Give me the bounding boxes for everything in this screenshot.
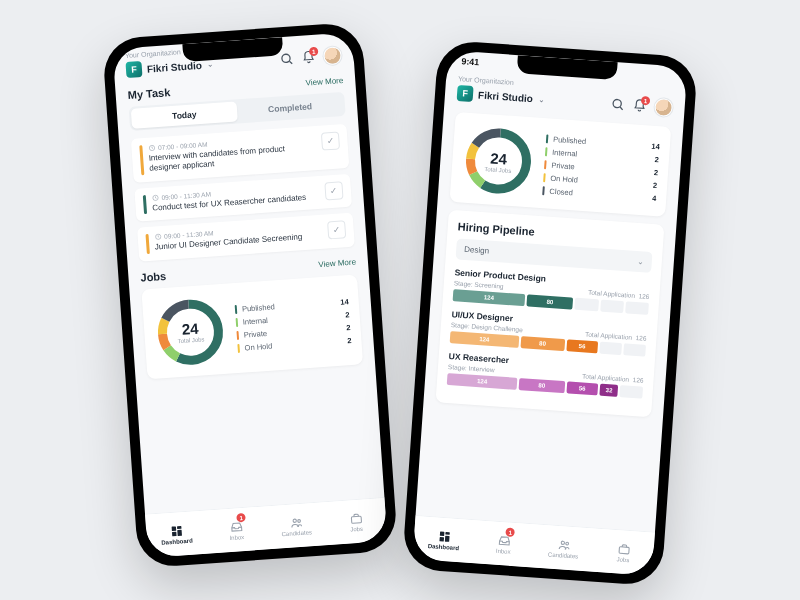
pipeline-card: Hiring Pipeline Design ⌄ Senior Product … bbox=[435, 210, 664, 418]
jobs-total: 24 bbox=[181, 320, 199, 338]
task-accent bbox=[146, 234, 150, 254]
tabbar-dashboard[interactable]: Dashboard bbox=[145, 511, 208, 558]
tab-today[interactable]: Today bbox=[131, 101, 238, 128]
org-switcher[interactable]: F Fikri Studio ⌄ bbox=[457, 85, 546, 107]
svg-rect-10 bbox=[171, 526, 176, 531]
jobs-view-more[interactable]: View More bbox=[318, 258, 356, 270]
tabbar-label: Inbox bbox=[229, 534, 244, 541]
tabbar-label: Inbox bbox=[496, 547, 511, 554]
search-icon[interactable] bbox=[279, 51, 294, 66]
task-checkbox[interactable]: ✓ bbox=[321, 131, 340, 150]
jobs-total-label: Total Jobs bbox=[177, 336, 204, 344]
bell-icon[interactable]: 1 bbox=[632, 98, 647, 113]
svg-rect-13 bbox=[171, 531, 176, 536]
legend-value: 2 bbox=[655, 154, 660, 163]
svg-rect-25 bbox=[445, 531, 450, 534]
task-accent bbox=[139, 145, 144, 175]
mytask-view-more[interactable]: View More bbox=[305, 75, 343, 87]
pipeline-filter-value: Design bbox=[464, 245, 489, 256]
svg-rect-24 bbox=[439, 531, 444, 536]
svg-rect-12 bbox=[177, 529, 182, 535]
tabbar-label: Candidates bbox=[281, 529, 312, 537]
tabbar-candidates[interactable]: Candidates bbox=[532, 524, 595, 571]
svg-line-18 bbox=[620, 107, 623, 110]
svg-rect-26 bbox=[444, 535, 449, 541]
task-accent bbox=[143, 195, 147, 215]
org-name: Fikri Studio bbox=[147, 59, 203, 74]
tabbar-dashboard[interactable]: Dashboard bbox=[413, 516, 476, 563]
tabbar-jobs[interactable]: Jobs bbox=[325, 498, 388, 545]
status-time: 9:41 bbox=[461, 56, 480, 67]
pipeline-segment-empty bbox=[623, 343, 646, 357]
legend-swatch bbox=[236, 317, 239, 326]
jobs-donut-chart: 24 Total Jobs bbox=[460, 123, 537, 200]
pipeline-segment-empty bbox=[575, 298, 599, 312]
notif-badge: 1 bbox=[309, 47, 319, 57]
avatar[interactable] bbox=[654, 98, 673, 117]
pipeline-segment: 124 bbox=[450, 331, 519, 348]
tabbar-inbox[interactable]: Inbox1 bbox=[472, 520, 535, 567]
avatar[interactable] bbox=[323, 46, 342, 65]
pipeline-segment: 80 bbox=[519, 378, 565, 393]
svg-rect-16 bbox=[351, 516, 361, 523]
legend-value: 14 bbox=[340, 297, 349, 307]
tabbar-label: Jobs bbox=[616, 556, 629, 563]
jobs-total: 24 bbox=[490, 149, 508, 167]
legend-swatch bbox=[544, 160, 547, 169]
org-logo-icon: F bbox=[457, 85, 474, 102]
jobs-card: 24 Total Jobs Published 14 Internal 2 Pr… bbox=[450, 112, 672, 217]
legend-swatch bbox=[546, 134, 549, 143]
legend-value: 14 bbox=[651, 141, 660, 151]
svg-line-1 bbox=[289, 61, 292, 64]
screen-right: 9:41 Your Organitazion F Fikri Studio ⌄ bbox=[413, 50, 688, 575]
pipeline-segment: 32 bbox=[600, 384, 619, 397]
tabbar-badge: 1 bbox=[236, 513, 246, 523]
phone-left: Your Organitazion F Fikri Studio ⌄ 1 bbox=[102, 22, 398, 569]
pipeline-segment: 80 bbox=[526, 294, 573, 309]
legend-swatch bbox=[542, 186, 545, 195]
notif-badge: 1 bbox=[641, 96, 651, 106]
svg-point-17 bbox=[613, 99, 622, 108]
legend-swatch bbox=[235, 305, 238, 314]
jobs-donut-chart: 24 Total Jobs bbox=[152, 293, 229, 370]
chevron-down-icon: ⌄ bbox=[636, 257, 644, 266]
pipeline-segment-empty bbox=[625, 301, 649, 315]
tabbar-jobs[interactable]: Jobs bbox=[592, 529, 655, 576]
pipeline-segment-empty bbox=[600, 299, 624, 313]
task-checkbox[interactable]: ✓ bbox=[324, 181, 343, 200]
legend-value: 2 bbox=[345, 310, 350, 319]
pipeline-stage: Stage: Interview bbox=[448, 363, 495, 373]
bell-icon[interactable]: 1 bbox=[301, 50, 316, 65]
jobs-title: Jobs bbox=[140, 269, 166, 283]
legend-value: 4 bbox=[652, 193, 657, 202]
legend-value: 2 bbox=[653, 180, 658, 189]
task-card[interactable]: 07:00 - 09:00 AM Interview with candidat… bbox=[131, 124, 350, 183]
tabbar-inbox[interactable]: Inbox1 bbox=[205, 506, 268, 553]
chevron-down-icon: ⌄ bbox=[538, 94, 546, 103]
phone-right: 9:41 Your Organitazion F Fikri Studio ⌄ bbox=[402, 40, 698, 587]
tab-completed[interactable]: Completed bbox=[236, 94, 343, 121]
search-icon[interactable] bbox=[610, 97, 625, 112]
chevron-down-icon: ⌄ bbox=[206, 59, 214, 68]
pipeline-segment: 80 bbox=[520, 336, 565, 351]
svg-point-29 bbox=[565, 542, 568, 545]
tabbar-label: Dashboard bbox=[428, 543, 460, 551]
tabbar-label: Jobs bbox=[350, 525, 363, 532]
task-checkbox[interactable]: ✓ bbox=[327, 220, 346, 239]
svg-rect-11 bbox=[176, 526, 181, 529]
org-logo-icon: F bbox=[125, 61, 142, 78]
pipeline-segment: 56 bbox=[566, 381, 598, 395]
pipeline-segment: 124 bbox=[453, 289, 526, 306]
pipeline-item: UX Reasercher Stage: InterviewTotal Appl… bbox=[447, 351, 645, 399]
legend-swatch bbox=[237, 343, 240, 352]
tabbar-label: Dashboard bbox=[161, 537, 193, 545]
pipeline-segment: 124 bbox=[447, 373, 518, 390]
pipeline-segment-empty bbox=[620, 385, 643, 399]
task-card[interactable]: 09:00 - 11:30 AM Junior UI Designer Cand… bbox=[137, 213, 355, 261]
screen-left: Your Organitazion F Fikri Studio ⌄ 1 bbox=[113, 32, 388, 557]
tabbar-candidates[interactable]: Candidates bbox=[265, 502, 328, 549]
svg-rect-27 bbox=[439, 536, 444, 541]
legend-swatch bbox=[236, 330, 239, 339]
mytask-title: My Task bbox=[127, 86, 170, 101]
legend-label: On Hold bbox=[244, 336, 342, 352]
